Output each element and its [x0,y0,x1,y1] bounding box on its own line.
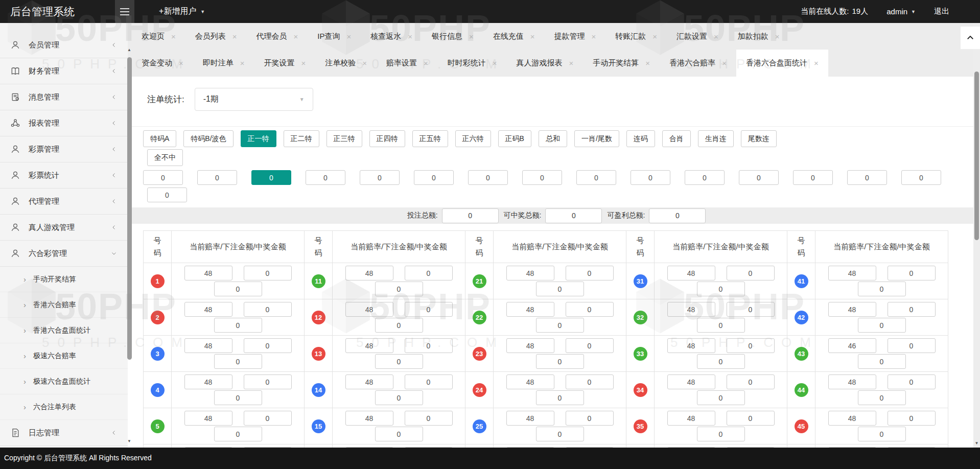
tab[interactable]: 香港六合盘面统计× [736,50,828,77]
tab[interactable]: 开奖设置× [254,50,316,77]
odds-input[interactable] [506,411,554,426]
bet-amount-input[interactable] [888,338,936,353]
bet-amount-input[interactable] [566,411,614,426]
tab[interactable]: 银行信息× [422,23,483,50]
scroll-down-icon[interactable]: ▼ [126,438,133,444]
odds-input[interactable] [184,302,232,317]
close-icon[interactable]: × [362,59,367,67]
user-menu[interactable]: admin ▼ [886,7,916,16]
sidebar-subitem[interactable]: ›香港六合赔率 [0,292,128,318]
bet-amount-input[interactable] [888,302,936,317]
bet-amount-input[interactable] [888,374,936,389]
win-amount-input[interactable] [858,354,906,369]
sidebar-item[interactable]: 彩票管理 [0,136,128,162]
tab[interactable]: 手动开奖结算× [583,50,660,77]
bet-stat-input[interactable] [468,170,508,185]
sidebar-subitem[interactable]: ›香港六合盘面统计 [0,318,128,343]
bet-amount-input[interactable] [727,374,775,389]
add-user-dropdown[interactable]: +新增用户 ▼ [159,6,205,17]
bet-amount-input[interactable] [244,266,292,280]
odds-input[interactable] [184,411,232,426]
odds-input[interactable] [667,302,715,317]
tab[interactable]: 提款管理× [545,23,606,50]
win-amount-input[interactable] [536,282,584,296]
tab[interactable]: 代理会员× [247,23,308,50]
bet-amount-input[interactable] [566,302,614,317]
win-amount-input[interactable] [536,390,584,405]
tab[interactable]: 真人游戏报表× [507,50,584,77]
odds-input[interactable] [506,266,554,280]
bet-type-button[interactable]: 一肖/尾数 [574,130,619,147]
bet-amount-input[interactable] [566,374,614,389]
win-amount-input[interactable] [697,427,745,441]
sidebar-subitem[interactable]: ›手动开奖结算 [0,267,128,292]
odds-input[interactable] [828,338,876,353]
win-amount-input[interactable] [375,318,423,333]
tab[interactable]: 注单校验× [315,50,377,77]
tab[interactable]: 汇款设置× [667,23,728,50]
odds-input[interactable] [184,266,232,280]
close-icon[interactable]: × [592,32,596,41]
bet-amount-input[interactable] [888,266,936,280]
odds-input[interactable] [345,302,393,317]
bet-stat-input[interactable] [147,187,187,202]
odds-input[interactable] [828,374,876,389]
win-amount-input[interactable] [697,318,745,333]
bet-amount-input[interactable] [405,338,453,353]
odds-input[interactable] [828,411,876,426]
close-icon[interactable]: × [645,59,650,67]
sidebar-item[interactable]: 彩票统计 [0,162,128,189]
total-input[interactable] [545,208,602,223]
bet-stat-input[interactable] [847,170,887,185]
bet-amount-input[interactable] [727,302,775,317]
sidebar-item[interactable]: 报表管理 [0,110,128,136]
tab[interactable]: 资金变动× [132,50,193,77]
win-amount-input[interactable] [858,318,906,333]
sidebar-item[interactable]: 消息管理 [0,84,128,110]
sidebar-subitem[interactable]: ›极速六合盘面统计 [0,369,128,394]
bet-type-button[interactable]: 正二特 [284,130,319,147]
win-amount-input[interactable] [536,427,584,441]
bet-amount-input[interactable] [566,266,614,280]
tab[interactable]: 核查返水× [361,23,422,50]
bet-type-button[interactable]: 正三特 [326,130,362,147]
odds-input[interactable] [345,374,393,389]
odds-input[interactable] [667,266,715,280]
close-icon[interactable]: × [346,32,351,41]
win-amount-input[interactable] [214,427,262,441]
bet-stat-input[interactable] [631,170,670,185]
bet-type-button[interactable]: 尾数连 [741,130,777,147]
win-amount-input[interactable] [858,390,906,405]
close-icon[interactable]: × [171,32,176,41]
odds-input[interactable] [345,411,393,426]
win-amount-input[interactable] [375,354,423,369]
scroll-up-icon[interactable]: ▲ [126,47,133,53]
close-icon[interactable]: × [530,32,535,41]
close-icon[interactable]: × [408,32,412,41]
win-amount-input[interactable] [536,318,584,333]
bet-amount-input[interactable] [244,411,292,426]
page-scrollbar[interactable]: ▼ [973,23,980,448]
bet-stat-input[interactable] [793,170,833,185]
bet-amount-input[interactable] [405,266,453,280]
bet-stat-input[interactable] [197,170,237,185]
win-amount-input[interactable] [214,390,262,405]
odds-input[interactable] [184,374,232,389]
close-icon[interactable]: × [294,32,298,41]
tab[interactable]: 在线充值× [483,23,545,50]
tab[interactable]: 欢迎页× [132,23,185,50]
tab[interactable]: 会员列表× [185,23,247,50]
bet-type-button[interactable]: 正六特 [455,130,491,147]
odds-input[interactable] [184,338,232,353]
sidebar-subitem[interactable]: ›极速六合赔率 [0,343,128,369]
bet-stat-input[interactable] [739,170,779,185]
odds-input[interactable] [345,338,393,353]
scroll-down-icon[interactable]: ▼ [973,441,980,445]
tab[interactable]: 加款扣款× [728,23,789,50]
bet-type-button[interactable]: 特码A [143,130,176,147]
bet-amount-input[interactable] [727,266,775,280]
bet-type-button[interactable]: 连码 [626,130,655,147]
bet-amount-input[interactable] [405,411,453,426]
logout-button[interactable]: 退出 [934,7,949,16]
close-icon[interactable]: × [652,32,657,41]
